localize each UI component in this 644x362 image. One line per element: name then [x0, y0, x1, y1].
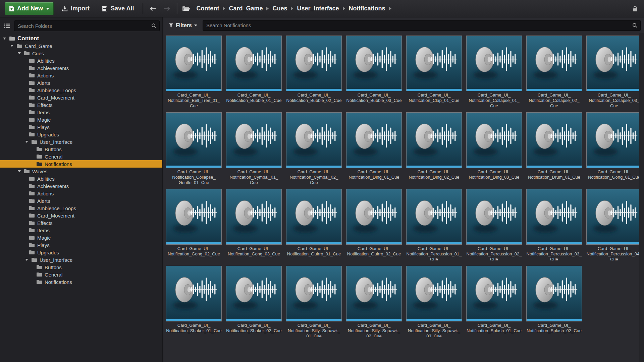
folder-search-input[interactable]: [14, 20, 160, 31]
asset-thumbnail[interactable]: [226, 112, 282, 168]
tree-folder-row[interactable]: Alerts: [0, 79, 162, 86]
asset-tile[interactable]: Card_​Game_​UI_​Notification_​Silly_​Squ…: [406, 266, 462, 337]
save-all-button[interactable]: Save All: [98, 2, 138, 15]
filters-button[interactable]: Filters: [167, 21, 199, 30]
tree-folder-row[interactable]: General: [0, 153, 162, 160]
asset-thumbnail[interactable]: [586, 36, 639, 91]
tree-folder-row[interactable]: Upgrades: [0, 249, 162, 256]
asset-thumbnail[interactable]: [226, 266, 282, 321]
asset-thumbnail[interactable]: [466, 266, 522, 321]
asset-tile[interactable]: Card_​Game_​UI_​Notification_​Percussion…: [466, 189, 522, 260]
expand-arrow-icon[interactable]: [24, 141, 29, 143]
asset-tile[interactable]: Card_​Game_​UI_​Notification_​Cymbal_​02…: [286, 112, 342, 184]
tree-folder-row[interactable]: Notifications: [0, 278, 162, 286]
tree-folder-row[interactable]: Plays: [0, 241, 162, 249]
asset-tile[interactable]: Card_​Game_​UI_​Notification_​Ding_​02_​…: [406, 112, 462, 184]
breadcrumb-item[interactable]: Card_Game: [229, 5, 263, 12]
asset-tile[interactable]: Card_​Game_​UI_​Notification_​Percussion…: [526, 189, 582, 260]
tree-folder-row[interactable]: Items: [0, 109, 162, 116]
tree-folder-row[interactable]: General: [0, 271, 162, 278]
asset-thumbnail[interactable]: [346, 112, 402, 168]
asset-tile[interactable]: Card_​Game_​UI_​Notification_​Silly_​Squ…: [346, 266, 402, 337]
asset-thumbnail[interactable]: [406, 189, 462, 245]
tree-folder-row[interactable]: Abilities: [0, 57, 162, 64]
asset-tile[interactable]: Card_​Game_​UI_​Notification_​Percussion…: [406, 189, 462, 260]
tree-folder-row[interactable]: Magic: [0, 116, 162, 123]
tree-folder-row[interactable]: Effects: [0, 219, 162, 227]
asset-thumbnail[interactable]: [166, 112, 222, 168]
asset-tile[interactable]: Card_​Game_​UI_​Notification_​Drum_​01_​…: [526, 112, 582, 184]
asset-tile[interactable]: Card_​Game_​UI_​Notification_​Gong_​03_​…: [226, 189, 282, 260]
asset-tile[interactable]: Card_​Game_​UI_​Notification_​Collapse_​…: [526, 36, 582, 107]
asset-tile[interactable]: Card_​Game_​UI_​Notification_​Silly_​Squ…: [286, 266, 342, 337]
asset-thumbnail[interactable]: [406, 36, 462, 91]
asset-thumbnail[interactable]: [226, 36, 282, 91]
tree-folder-row[interactable]: Buttons: [0, 263, 162, 271]
expand-arrow-icon[interactable]: [17, 170, 21, 172]
tree-folder-row[interactable]: Alerts: [0, 197, 162, 204]
asset-thumbnail[interactable]: [406, 112, 462, 168]
breadcrumb-item[interactable]: Content: [196, 5, 219, 12]
back-button[interactable]: [148, 4, 158, 13]
asset-thumbnail[interactable]: [466, 112, 522, 168]
asset-tile[interactable]: Card_​Game_​UI_​Notification_​Gong_​01_​…: [586, 112, 639, 184]
asset-thumbnail[interactable]: [526, 36, 582, 91]
asset-tile[interactable]: Card_​Game_​UI_​Notification_​Bell_​Tree…: [166, 36, 222, 107]
asset-tile[interactable]: Card_​Game_​UI_​Notification_​Ding_​01_​…: [346, 112, 402, 184]
tree-folder-row[interactable]: Magic: [0, 234, 162, 241]
breadcrumb-item[interactable]: Cues: [272, 5, 287, 12]
tree-folder-row[interactable]: Notifications: [0, 160, 162, 168]
asset-tile[interactable]: Card_​Game_​UI_​Notification_​Shaker_​02…: [226, 266, 282, 337]
asset-tile[interactable]: Card_​Game_​UI_​Notification_​Shaker_​01…: [166, 266, 222, 337]
expand-arrow-icon[interactable]: [2, 38, 7, 40]
expand-arrow-icon[interactable]: [24, 259, 29, 261]
asset-tile[interactable]: Card_​Game_​UI_​Notification_​Collapse_​…: [166, 112, 222, 184]
asset-thumbnail[interactable]: [526, 189, 582, 245]
tree-folder-row[interactable]: Abilities: [0, 175, 162, 182]
breadcrumb-item[interactable]: User_Interface: [297, 5, 339, 12]
asset-tile[interactable]: Card_​Game_​UI_​Notification_​Cymbal_​01…: [226, 112, 282, 184]
lock-button[interactable]: [631, 4, 639, 13]
tree-folder-row[interactable]: Card_Movement: [0, 212, 162, 219]
tree-folder-row[interactable]: Card_Game: [0, 42, 162, 50]
asset-tile[interactable]: Card_​Game_​UI_​Notification_​Bubble_​02…: [286, 36, 342, 107]
tree-folder-row[interactable]: Actions: [0, 190, 162, 197]
asset-tile[interactable]: Card_​Game_​UI_​Notification_​Splash_​01…: [466, 266, 522, 337]
content-scrollbar[interactable]: [639, 33, 644, 362]
asset-tile[interactable]: Card_​Game_​UI_​Notification_​Collapse_​…: [586, 36, 639, 107]
tree-folder-row[interactable]: Cues: [0, 50, 162, 57]
expand-arrow-icon[interactable]: [9, 45, 14, 47]
asset-thumbnail[interactable]: [286, 112, 342, 168]
tree-folder-row[interactable]: Upgrades: [0, 131, 162, 138]
tree-folder-row[interactable]: Content: [0, 35, 162, 42]
tree-folder-row[interactable]: User_Interface: [0, 138, 162, 145]
tree-folder-row[interactable]: Achievements: [0, 182, 162, 190]
add-new-button[interactable]: Add New: [5, 2, 54, 15]
tree-folder-row[interactable]: Effects: [0, 101, 162, 109]
asset-thumbnail[interactable]: [346, 36, 402, 91]
asset-thumbnail[interactable]: [586, 189, 639, 245]
asset-tile[interactable]: Card_​Game_​UI_​Notification_​Gong_​02_​…: [166, 189, 222, 260]
tree-folder-row[interactable]: Ambience_Loops: [0, 86, 162, 94]
asset-tile[interactable]: Card_​Game_​UI_​Notification_​Bubble_​01…: [226, 36, 282, 107]
asset-tile[interactable]: Card_​Game_​UI_​Notification_​Clap_​01_​…: [406, 36, 462, 107]
asset-thumbnail[interactable]: [286, 36, 342, 91]
tree-folder-row[interactable]: Items: [0, 227, 162, 234]
asset-thumbnail[interactable]: [166, 36, 222, 91]
sources-panel-toggle-icon[interactable]: [3, 22, 11, 29]
asset-thumbnail[interactable]: [286, 266, 342, 321]
asset-tile[interactable]: Card_​Game_​UI_​Notification_​Ding_​03_​…: [466, 112, 522, 184]
asset-tile[interactable]: Card_​Game_​UI_​Notification_​Collapse_​…: [466, 36, 522, 107]
asset-tile[interactable]: Card_​Game_​UI_​Notification_​Percussion…: [586, 189, 639, 260]
tree-folder-row[interactable]: Buttons: [0, 145, 162, 153]
breadcrumb-item[interactable]: Notifications: [349, 5, 385, 12]
asset-tile[interactable]: Card_​Game_​UI_​Notification_​Bubble_​03…: [346, 36, 402, 107]
forward-button[interactable]: [162, 4, 172, 13]
asset-tile[interactable]: Card_​Game_​UI_​Notification_​Splash_​02…: [526, 266, 582, 337]
tree-folder-row[interactable]: Actions: [0, 72, 162, 79]
asset-thumbnail[interactable]: [526, 112, 582, 168]
tree-folder-row[interactable]: Achievements: [0, 64, 162, 72]
asset-search-input[interactable]: [203, 20, 641, 31]
asset-thumbnail[interactable]: [346, 266, 402, 321]
tree-folder-row[interactable]: Card_Movement: [0, 94, 162, 101]
